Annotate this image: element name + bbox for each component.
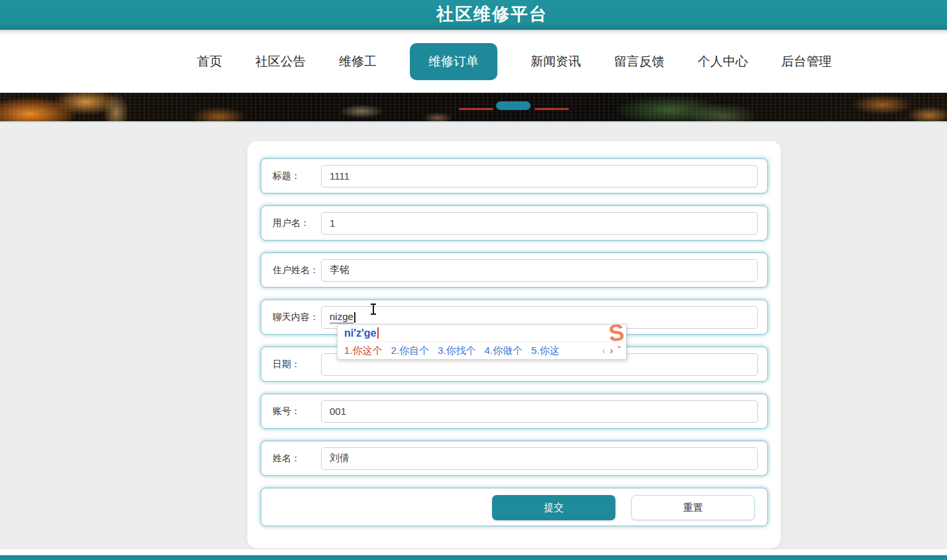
- ime-candidate-1[interactable]: 1.你这个: [344, 345, 383, 357]
- nav-item-repairman[interactable]: 维修工: [339, 53, 377, 70]
- account-label: 账号：: [261, 406, 321, 418]
- name-input[interactable]: [321, 447, 758, 470]
- chat-content-label: 聊天内容：: [261, 311, 321, 323]
- ime-paging-arrows: ‹ › ˇ: [602, 345, 621, 356]
- field-row-resident-name: 住户姓名：: [261, 252, 768, 288]
- nav-item-repair-order[interactable]: 维修订单: [410, 43, 497, 80]
- ime-candidates-row: 1.你这个 2.你自个 3.你找个 4.你做个 5.你这 ‹ › ˇ: [338, 342, 626, 359]
- resident-name-label: 住户姓名：: [261, 264, 321, 276]
- name-label: 姓名：: [261, 453, 321, 465]
- ime-next-page-icon[interactable]: ›: [610, 345, 613, 356]
- account-input[interactable]: [321, 400, 758, 423]
- username-label: 用户名：: [261, 217, 321, 229]
- ime-candidate-4[interactable]: 4.你做个: [485, 345, 523, 357]
- main-content: 标题： 用户名： 住户姓名： 聊天内容： nizge: [0, 123, 947, 549]
- field-row-title: 标题：: [261, 158, 768, 194]
- footer-spacer: [0, 549, 947, 555]
- ime-composing-text: nizge: [330, 311, 353, 323]
- page: 社区维修平台 首页 社区公告 维修工 维修订单 新闻资讯 留言反馈 个人中心 后…: [0, 0, 947, 560]
- nav-item-community-notice[interactable]: 社区公告: [255, 53, 306, 70]
- date-label: 日期：: [261, 359, 321, 370]
- ime-candidate-5[interactable]: 5.你这: [531, 345, 560, 357]
- nav-items: 首页 社区公告 维修工 维修订单 新闻资讯 留言反馈 个人中心 后台管理: [197, 30, 832, 93]
- reset-button[interactable]: 重置: [631, 495, 755, 520]
- nav-item-admin[interactable]: 后台管理: [781, 53, 832, 70]
- ime-pinyin-row: ni'z'ge: [338, 325, 626, 342]
- carousel-indicator-1[interactable]: [459, 108, 493, 110]
- field-row-username: 用户名：: [261, 205, 768, 241]
- ime-candidate-3[interactable]: 3.你找个: [438, 345, 476, 357]
- ime-prev-page-icon[interactable]: ‹: [602, 345, 605, 356]
- nav-item-home[interactable]: 首页: [197, 53, 222, 70]
- text-caret: [354, 312, 355, 323]
- field-row-account: 账号：: [261, 394, 768, 429]
- banner-image: [0, 93, 947, 123]
- carousel-indicator-3[interactable]: [535, 108, 569, 110]
- ibeam-cursor-icon: [370, 304, 377, 315]
- sogou-ime-logo-icon[interactable]: S: [607, 320, 625, 345]
- nav-item-news[interactable]: 新闻资讯: [531, 53, 581, 70]
- username-input[interactable]: [321, 212, 758, 235]
- submit-button[interactable]: 提交: [492, 495, 615, 520]
- ime-expand-icon[interactable]: ˇ: [617, 345, 621, 356]
- title-input[interactable]: [321, 165, 758, 188]
- nav-item-personal-center[interactable]: 个人中心: [698, 53, 748, 70]
- form-button-row: 提交 重置: [261, 488, 768, 526]
- header-bar: 社区维修平台: [0, 0, 947, 30]
- ime-candidate-2[interactable]: 2.你自个: [391, 345, 430, 357]
- carousel-indicator-2-active[interactable]: [496, 101, 531, 110]
- page-title: 社区维修平台: [19, 0, 947, 30]
- navbar: 首页 社区公告 维修工 维修订单 新闻资讯 留言反馈 个人中心 后台管理: [0, 30, 947, 93]
- ime-pinyin-caret: [377, 327, 379, 339]
- ime-pinyin-text: ni'z'ge: [344, 325, 377, 342]
- field-row-name: 姓名：: [261, 441, 768, 476]
- footer-bar: [0, 555, 947, 560]
- title-label: 标题：: [261, 170, 321, 182]
- resident-name-input[interactable]: [321, 259, 758, 282]
- nav-item-feedback[interactable]: 留言反馈: [614, 53, 664, 70]
- ime-candidate-popup: ni'z'ge 1.你这个 2.你自个 3.你找个 4.你做个 5.你这 ‹ ›…: [337, 324, 627, 360]
